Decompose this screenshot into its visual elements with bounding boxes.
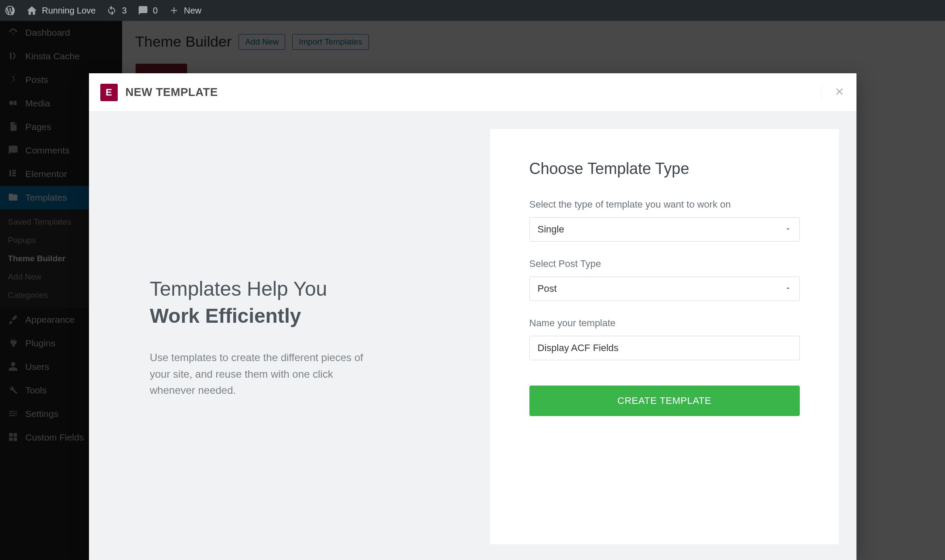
modal-description: Use templates to create the different pi… — [150, 349, 377, 398]
template-type-group: Select the type of template you want to … — [529, 199, 800, 242]
modal-headline: Templates Help You Work Efficiently — [150, 275, 433, 329]
post-type-value: Post — [538, 283, 557, 294]
modal-overlay: E NEW TEMPLATE Templates Help You Work E… — [0, 21, 945, 560]
plus-icon — [168, 5, 180, 16]
updates-link[interactable]: 3 — [106, 5, 126, 16]
close-icon — [834, 91, 845, 99]
modal-close-button[interactable] — [821, 86, 845, 99]
headline-line1: Templates Help You — [150, 277, 328, 300]
comments-count: 0 — [153, 6, 158, 16]
template-type-select[interactable]: Single — [529, 217, 800, 242]
new-template-modal: E NEW TEMPLATE Templates Help You Work E… — [89, 73, 856, 560]
template-type-value: Single — [538, 224, 564, 235]
modal-intro: Templates Help You Work Efficiently Use … — [106, 129, 473, 544]
home-icon — [26, 5, 38, 16]
template-name-label: Name your template — [529, 318, 800, 329]
modal-title: NEW TEMPLATE — [126, 85, 218, 99]
elementor-logo: E — [100, 84, 118, 101]
comment-icon — [137, 5, 149, 16]
template-name-input[interactable] — [529, 336, 800, 360]
chevron-down-icon — [785, 224, 791, 235]
refresh-icon — [106, 5, 117, 16]
wordpress-icon — [4, 5, 16, 16]
admin-bar: Running Love 3 0 New — [0, 0, 945, 21]
chevron-down-icon — [785, 283, 791, 294]
post-type-group: Select Post Type Post — [529, 258, 800, 301]
form-title: Choose Template Type — [529, 160, 800, 178]
create-template-button[interactable]: CREATE TEMPLATE — [529, 386, 800, 416]
wordpress-menu[interactable] — [4, 5, 16, 16]
site-home-link[interactable]: Running Love — [26, 5, 96, 16]
post-type-label: Select Post Type — [529, 258, 800, 270]
new-content-link[interactable]: New — [168, 5, 201, 16]
new-label: New — [184, 6, 201, 16]
modal-body: Templates Help You Work Efficiently Use … — [89, 112, 856, 560]
headline-line2: Work Efficiently — [150, 302, 433, 329]
site-name: Running Love — [42, 6, 96, 16]
template-name-group: Name your template — [529, 318, 800, 360]
modal-form: Choose Template Type Select the type of … — [490, 129, 839, 544]
updates-count: 3 — [122, 6, 126, 16]
comments-link[interactable]: 0 — [137, 5, 158, 16]
template-type-label: Select the type of template you want to … — [529, 199, 800, 210]
modal-header: E NEW TEMPLATE — [89, 73, 856, 112]
post-type-select[interactable]: Post — [529, 277, 800, 301]
